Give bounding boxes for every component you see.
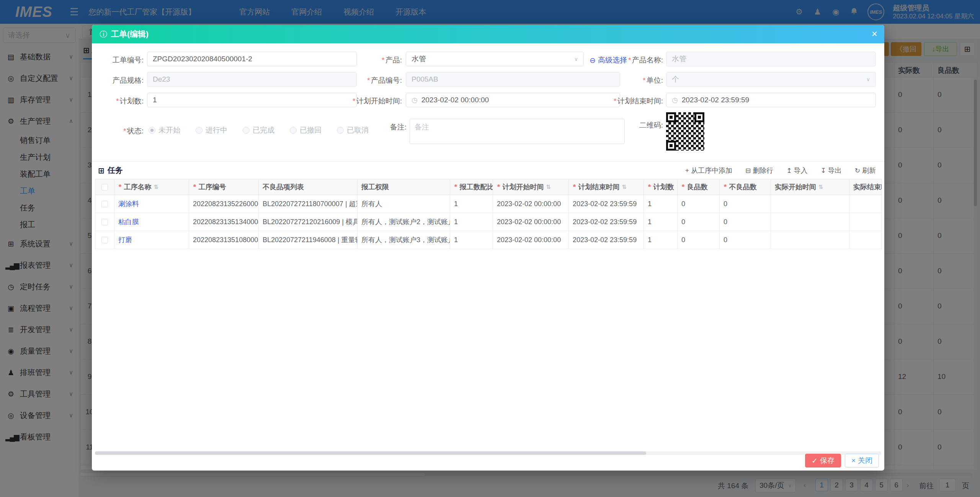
toolbar-button[interactable]: + 从工序中添加	[685, 166, 732, 175]
spec-label: 产品规格:	[92, 72, 144, 87]
row-checkbox[interactable]	[101, 237, 108, 243]
toolbar-button[interactable]: ⊟ 删除行	[745, 166, 773, 175]
required-icon: *	[193, 179, 196, 195]
radio-in-progress[interactable]: 进行中	[196, 125, 227, 135]
toolbar-button[interactable]: ↻ 刷新	[855, 166, 876, 175]
close-button[interactable]: × 关闭	[845, 454, 879, 467]
plan-qty-input[interactable]	[153, 96, 351, 104]
col-defect-list: 不良品项列表	[263, 179, 304, 195]
plan-end-input[interactable]	[682, 96, 870, 104]
order-no-input[interactable]	[153, 55, 351, 63]
modal-title: 工单(编辑)	[111, 29, 149, 39]
actual-start-cell	[771, 213, 849, 231]
toolbar-button[interactable]: ↧ 导出	[821, 166, 842, 175]
bad-qty-cell: 0	[720, 195, 771, 213]
col-actual-end: 实际结束时间	[853, 179, 882, 195]
info-icon: ⓘ	[100, 29, 107, 39]
modal-horizontal-scrollbar[interactable]	[95, 451, 881, 455]
radio-icon	[149, 127, 155, 134]
row-checkbox[interactable]	[101, 219, 108, 225]
toolbar-button[interactable]: ↥ 导入	[786, 166, 807, 175]
plan-qty-cell: 1	[644, 213, 678, 231]
required-icon: *	[628, 56, 630, 64]
col-actual-start: 实际开始时间	[775, 179, 816, 195]
qr-finder-square	[666, 112, 676, 122]
required-icon: *	[613, 97, 616, 105]
process-name-link[interactable]: 打磨	[118, 231, 132, 249]
col-plan-qty: 计划数	[653, 179, 674, 195]
chevron-down-icon: ∨	[574, 56, 578, 62]
process-name-link[interactable]: 涮涂料	[118, 195, 139, 213]
qr-finder-square	[666, 141, 676, 151]
toolbar-button-label: 导出	[828, 166, 842, 175]
remark-textarea[interactable]: 备注	[410, 119, 625, 144]
select-all-checkbox[interactable]	[101, 184, 108, 190]
report-ratio-cell: 1	[450, 195, 493, 213]
unit-select-value	[672, 75, 862, 84]
qr-label: 二维码:	[612, 117, 663, 131]
radio-not-started[interactable]: 未开始	[149, 125, 180, 135]
report-auth-cell: 所有人，测试账户3，测试账户2	[358, 231, 450, 249]
radio-icon	[337, 127, 344, 134]
task-table-body: 涮涂料 202208231352260005 BL202207272118070…	[95, 195, 882, 249]
close-icon[interactable]: ×	[872, 29, 877, 39]
sort-icon: ⇅	[546, 179, 551, 195]
modal-header: ⓘ 工单(编辑)	[92, 25, 884, 43]
required-icon: *	[381, 56, 384, 64]
plan-end-cell: 2023-02-02 23:59:59	[569, 195, 644, 213]
required-icon: *	[367, 76, 369, 84]
clock-icon: ◷	[412, 96, 418, 104]
required-icon: *	[123, 127, 126, 135]
task-row[interactable]: 粘白膜 202208231351340004 BL202207272120216…	[95, 213, 882, 231]
process-code-cell: 202208231352260005	[189, 195, 259, 213]
plan-end-cell: 2023-02-02 23:59:59	[569, 213, 644, 231]
required-icon: *	[116, 97, 118, 105]
defect-list-cell: BL2022072721180700007 | 超重...	[259, 195, 358, 213]
process-name-link[interactable]: 粘白膜	[118, 213, 139, 231]
required-icon: *	[573, 179, 575, 195]
task-row[interactable]: 涮涂料 202208231352260005 BL202207272118070…	[95, 195, 882, 213]
import-icon: ↥	[786, 167, 792, 175]
bad-qty-cell: 0	[720, 213, 771, 231]
plan-start-label: *计划开始时间:	[325, 93, 402, 107]
export-icon: ↧	[821, 167, 826, 175]
required-icon: *	[497, 179, 500, 195]
save-button[interactable]: ✓ 保存	[805, 454, 841, 467]
row-checkbox[interactable]	[101, 201, 108, 207]
radio-icon	[196, 127, 203, 134]
product-select-value[interactable]	[412, 55, 570, 63]
report-ratio-cell: 1	[450, 231, 493, 249]
radio-revoked[interactable]: 已撤回	[290, 125, 322, 135]
report-auth-cell: 所有人	[358, 195, 450, 213]
required-icon: *	[642, 76, 645, 84]
plan-end-label: *计划结束时间:	[593, 93, 663, 107]
plan-start-cell: 2023-02-02 00:00:00	[493, 213, 569, 231]
order-no-label: 工单编号:	[92, 52, 144, 66]
toolbar-button-label: 刷新	[862, 166, 876, 175]
task-row[interactable]: 打磨 202208231351080003 BL2022072721194600…	[95, 231, 882, 249]
radio-completed[interactable]: 已完成	[243, 125, 274, 135]
plan-end-cell: 2023-02-02 23:59:59	[569, 231, 644, 249]
plan-start-input[interactable]	[421, 96, 614, 104]
sort-icon: ⇅	[154, 179, 158, 195]
plan-end-field[interactable]: ◷	[666, 93, 876, 107]
plan-start-field[interactable]: ◷	[406, 93, 620, 107]
product-code-field	[406, 72, 620, 87]
radio-icon	[290, 127, 297, 134]
product-select[interactable]: ∨	[406, 52, 584, 66]
actual-end-cell	[849, 213, 882, 231]
toolbar-button-label: 从工序中添加	[691, 166, 732, 175]
plan-qty-label: *计划数:	[92, 93, 144, 107]
add-from-process-icon: +	[685, 167, 689, 174]
scrollbar-thumb[interactable]	[95, 451, 646, 455]
toolbar-button-label: 导入	[794, 166, 808, 175]
report-ratio-cell: 1	[450, 213, 493, 231]
good-qty-cell: 0	[678, 213, 720, 231]
task-section-title: ⊞ 任务	[98, 165, 123, 176]
plan-qty-cell: 1	[644, 231, 678, 249]
product-name-label-wrap: *产品名称:	[593, 52, 663, 66]
modal-footer: ✓ 保存 × 关闭	[805, 454, 879, 467]
sort-icon: ⇅	[818, 179, 823, 195]
required-icon: *	[352, 97, 355, 105]
plan-start-cell: 2023-02-02 00:00:00	[493, 231, 569, 249]
